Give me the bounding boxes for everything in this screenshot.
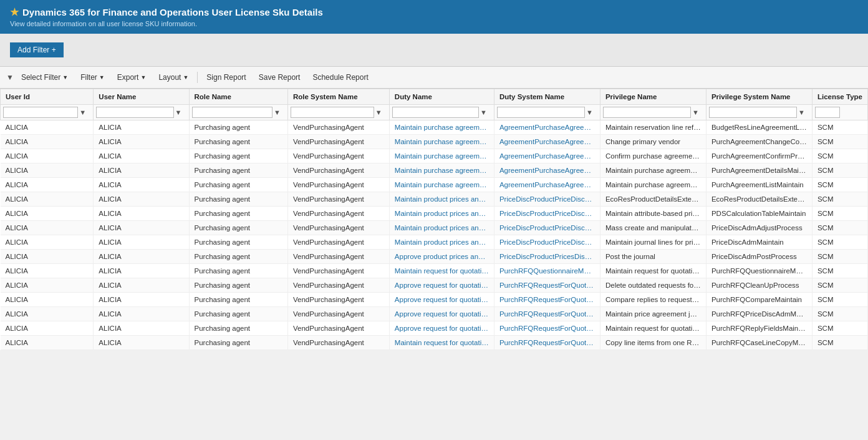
table-cell: VendPurchasingAgent [288,178,390,192]
save-report-button[interactable]: Save Report [254,71,306,84]
table-row: ALICIAALICIAPurchasing agentVendPurchasi… [1,192,868,207]
filter-funnel-priv-name[interactable]: ▼ [692,109,699,116]
table-row: ALICIAALICIAPurchasing agentVendPurchasi… [1,307,868,321]
export-button[interactable]: Export ▼ [112,71,152,84]
table-cell: Maintain product prices and di... [389,207,494,221]
table-cell: Purchasing agent [189,321,287,336]
table-cell: ALICIA [1,135,94,149]
table-cell: Post the journal [600,250,706,264]
table-cell: PurchRFQCleanUpProcess [706,278,812,293]
filter-funnel-role-name[interactable]: ▼ [274,109,281,116]
table-cell: Purchasing agent [189,293,287,307]
col-duty-sys-name: Duty System Name [494,89,600,105]
table-cell: ALICIA [1,250,94,264]
layout-arrow: ▼ [183,74,188,81]
table-cell: AgreementPurchaseAgreement... [494,164,600,178]
table-cell: VendPurchasingAgent [288,207,390,221]
filter-priv-name-input[interactable] [603,107,691,118]
table-cell: Maintain request for quotations [389,336,494,350]
filter-funnel-user-id[interactable]: ▼ [79,109,86,116]
table-cell: SCM [812,120,867,135]
filter-role-name-input[interactable] [192,107,272,118]
filter-funnel-role-sys[interactable]: ▼ [375,109,382,116]
table-cell: VendPurchasingAgent [288,336,390,350]
table-cell: Mass create and manipulate pri... [600,221,706,235]
schedule-report-button[interactable]: Schedule Report [307,71,373,84]
filter-duty-name-input[interactable] [392,107,479,118]
table-cell: VendPurchasingAgent [288,164,390,178]
table-cell: ALICIA [94,135,189,149]
filter-funnel-priv-sys[interactable]: ▼ [798,109,805,116]
filter-funnel-user-name[interactable]: ▼ [175,109,182,116]
export-arrow: ▼ [140,74,146,81]
select-filter-button[interactable]: Select Filter ▼ [16,71,73,84]
filter-duty-sys-input[interactable] [497,107,585,118]
table-cell: PriceDiscAdmAdjustProcess [706,221,812,235]
table-cell: ALICIA [1,321,94,336]
table-cell: SCM [812,278,867,293]
table-cell: Maintain purchase agreement ... [389,120,494,135]
filter-role-sys-input[interactable] [291,107,374,118]
table-cell: AgreementPurchaseAgreement... [494,120,600,135]
table-cell: SCM [812,235,867,250]
table-cell: VendPurchasingAgent [288,192,390,207]
table-cell: ALICIA [94,149,189,164]
table-cell: Compare replies to request for ... [600,293,706,307]
table-row: ALICIAALICIAPurchasing agentVendPurchasi… [1,149,868,164]
table-cell: ALICIA [1,221,94,235]
filter-role-name: ▼ [189,105,287,120]
filter-role-sys: ▼ [288,105,390,120]
filter-user-name-input[interactable] [96,107,173,118]
table-cell: ALICIA [94,293,189,307]
layout-button[interactable]: Layout ▼ [153,71,193,84]
table-cell: ALICIA [1,164,94,178]
filter-user-id: ▼ [1,105,94,120]
table-cell: Confirm purchase agreement h... [600,149,706,164]
table-cell: PurchRFQRequestForQuoteApp... [494,321,600,336]
table-cell: AgreementPurchaseAgreement... [494,149,600,164]
table-cell: Purchasing agent [189,149,287,164]
table-cell: Purchasing agent [189,178,287,192]
col-priv-name: Privilege Name [600,89,706,105]
table-cell: Approve request for quotations [389,321,494,336]
table-row: ALICIAALICIAPurchasing agentVendPurchasi… [1,293,868,307]
table-cell: SCM [812,250,867,264]
sign-report-button[interactable]: Sign Report [201,71,251,84]
table-cell: SCM [812,307,867,321]
table-cell: ALICIA [94,264,189,278]
filter-priv-sys-input[interactable] [709,107,797,118]
table-cell: PDSCalculationTableMaintain [706,207,812,221]
filter-button[interactable]: Filter ▼ [75,71,110,84]
table-cell: SCM [812,149,867,164]
table-cell: Maintain request for quotation ... [600,321,706,336]
table-cell: PurchAgreementConfirmProcess [706,149,812,164]
filter-funnel-duty-sys[interactable]: ▼ [586,109,593,116]
table-cell: ALICIA [1,336,94,350]
table-cell: AgreementPurchaseAgreement... [494,178,600,192]
table-cell: VendPurchasingAgent [288,135,390,149]
table-row: ALICIAALICIAPurchasing agentVendPurchasi… [1,164,868,178]
table-cell: PurchRFQRequestForQuoteMai... [494,336,600,350]
table-cell: PurchRFQRequestForQuoteApp... [494,293,600,307]
table-cell: ALICIA [94,221,189,235]
filter-bar: Add Filter + [0,34,868,67]
table-cell: PurchRFQRequestForQuoteApp... [494,307,600,321]
table-cell: Approve request for quotations [389,278,494,293]
table-row: ALICIAALICIAPurchasing agentVendPurchasi… [1,207,868,221]
col-priv-sys-name: Privilege System Name [706,89,812,105]
add-filter-button[interactable]: Add Filter + [10,42,64,57]
filter-user-id-input[interactable] [3,107,78,118]
table-cell: SCM [812,264,867,278]
table-cell: ALICIA [94,250,189,264]
table-cell: Maintain purchase agreement ... [389,149,494,164]
filter-funnel-duty-name[interactable]: ▼ [480,109,487,116]
col-role-name: Role Name [189,89,287,105]
table-cell: Purchasing agent [189,264,287,278]
table-cell: Maintain purchase agreement ... [389,164,494,178]
filter-arrow: ▼ [99,74,105,81]
filter-lic-type-input[interactable] [815,107,840,118]
table-row: ALICIAALICIAPurchasing agentVendPurchasi… [1,178,868,192]
table-cell: Approve request for quotations [389,307,494,321]
star-icon: ★ [10,6,19,18]
table-cell: VendPurchasingAgent [288,307,390,321]
